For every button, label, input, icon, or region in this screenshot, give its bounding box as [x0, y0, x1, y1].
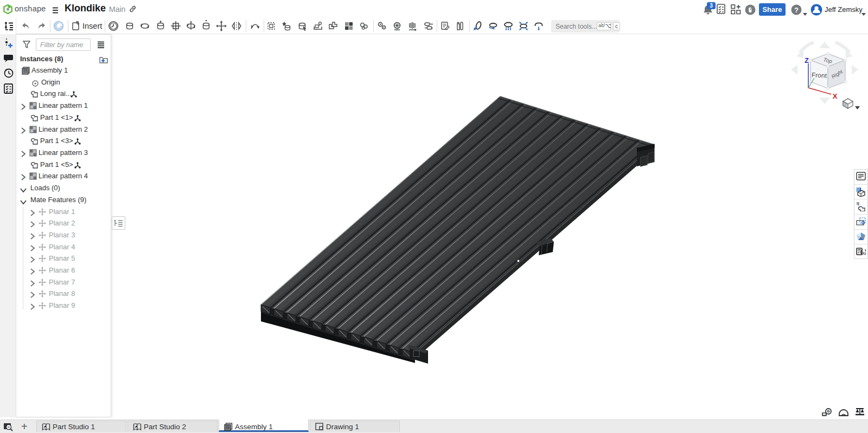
- svg-text:X: X: [833, 92, 838, 100]
- svg-text:x: x: [862, 249, 865, 256]
- svg-text:Z: Z: [805, 56, 809, 64]
- svg-text:Front: Front: [812, 71, 827, 79]
